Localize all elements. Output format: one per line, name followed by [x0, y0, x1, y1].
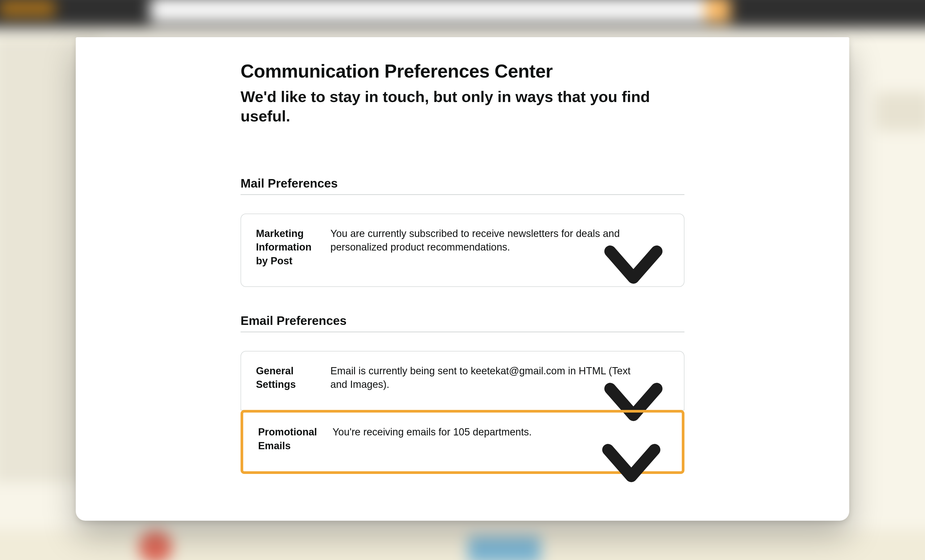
modal-content: Communication Preferences Center We'd li… — [241, 60, 684, 521]
general-settings-card[interactable]: General Settings Email is currently bein… — [241, 351, 684, 411]
chevron-down-icon — [594, 225, 673, 305]
section-divider — [241, 194, 684, 195]
expand-toggle[interactable] — [591, 423, 671, 503]
page-subtitle: We'd like to stay in touch, but only in … — [241, 87, 684, 126]
promotional-emails-label: Promotional Emails — [258, 425, 333, 453]
section-divider — [241, 332, 684, 332]
promotional-emails-card[interactable]: Promotional Emails You're receiving emai… — [241, 410, 684, 474]
page-title: Communication Preferences Center — [241, 60, 684, 83]
marketing-by-post-card[interactable]: Marketing Information by Post You are cu… — [241, 213, 684, 287]
chevron-down-icon — [591, 423, 671, 503]
email-preferences-heading: Email Preferences — [241, 314, 684, 332]
preferences-modal: Communication Preferences Center We'd li… — [76, 37, 849, 521]
marketing-by-post-label: Marketing Information by Post — [256, 227, 330, 268]
mail-preferences-section: Mail Preferences Marketing Information b… — [241, 176, 684, 287]
expand-toggle[interactable] — [594, 225, 673, 305]
mail-preferences-heading: Mail Preferences — [241, 176, 684, 194]
general-settings-label: General Settings — [256, 364, 330, 392]
email-preferences-section: Email Preferences General Settings Email… — [241, 314, 684, 474]
